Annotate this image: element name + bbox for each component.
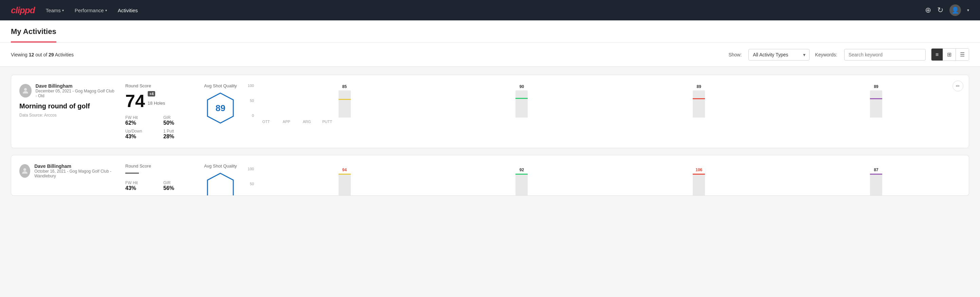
stat-value: 28% (163, 134, 193, 140)
hexagon-container: Avg Shot Quality 89 (204, 83, 237, 124)
navbar: clippd Teams ▾ Performance ▾ Activities … (0, 0, 980, 21)
viewing-text: Viewing 12 out of 29 Activities (11, 52, 74, 57)
nav-performance[interactable]: Performance ▾ (75, 2, 107, 19)
page-header: My Activities (0, 21, 980, 43)
user-date: December 05, 2021 - Gog Magog Golf Club … (36, 89, 115, 98)
round-score-label: Round Score (125, 163, 193, 169)
card-stats: Round Score 74 +4 18 Holes FW Hit 62% GI… (125, 83, 193, 140)
chevron-down-icon: ▾ (62, 8, 64, 12)
card-stats: Round Score FW Hit 43% GIR 56% (125, 163, 193, 191)
user-name: Dave Billingham (36, 83, 115, 89)
round-score-label: Round Score (125, 83, 193, 88)
shot-quality-section: Avg Shot Quality 94 (204, 163, 961, 196)
stat-name: GIR (163, 180, 193, 185)
stat-name: FW Hit (125, 180, 155, 185)
x-label-ott: OTT (260, 120, 272, 124)
grid-stats: FW Hit 43% GIR 56% (125, 180, 193, 191)
stat-value: 43% (125, 134, 155, 140)
bar-group-app: 92 (437, 168, 606, 196)
y-label-100: 100 (248, 167, 254, 171)
bar-chart: 94 92 106 (248, 167, 961, 196)
y-label-50: 50 (250, 182, 254, 186)
bar-group-arg: 106 (614, 168, 783, 196)
x-label-arg: ARG (301, 120, 313, 124)
user-icon: 👤 (951, 6, 959, 14)
keywords-label: Keywords: (815, 52, 837, 57)
bar-value-app: 90 (520, 84, 524, 89)
chevron-down-icon[interactable]: ▾ (967, 8, 969, 13)
avatar (19, 164, 30, 178)
stat-value: 56% (163, 185, 193, 191)
list-compact-view-button[interactable]: ≡ (931, 49, 943, 61)
nav-teams[interactable]: Teams ▾ (46, 2, 64, 19)
bar-value-ott: 94 (342, 168, 347, 172)
holes-label: 18 Holes (148, 101, 165, 106)
hexagon-container: Avg Shot Quality (204, 163, 237, 196)
bar-chart: 85 90 (248, 84, 961, 124)
round-score: 74 (125, 92, 145, 110)
bar-group-putt: 89 (792, 84, 961, 118)
activity-card: Dave Billingham October 16, 2021 - Gog M… (11, 155, 969, 196)
view-buttons: ≡ ⊞ ☰ (931, 48, 969, 61)
shot-quality-hexagon: 89 (207, 93, 234, 124)
score-placeholder (125, 172, 139, 174)
x-label-app: APP (280, 120, 293, 124)
stat-value: 62% (125, 120, 155, 126)
nav-activities[interactable]: Activities (118, 2, 138, 19)
add-icon[interactable]: ⊕ (925, 6, 931, 14)
refresh-icon[interactable]: ↻ (937, 6, 943, 14)
grid-view-button[interactable]: ⊞ (943, 49, 956, 61)
user-info: Dave Billingham December 05, 2021 - Gog … (19, 83, 115, 98)
bar-group-putt: 87 (792, 168, 961, 196)
shot-quality-hexagon (207, 172, 234, 196)
bar-value-putt: 89 (874, 84, 878, 89)
bar-value-arg: 106 (695, 168, 702, 172)
bar-value-app: 92 (520, 168, 524, 172)
y-label-0: 0 (252, 113, 254, 118)
avg-shot-quality-label: Avg Shot Quality (204, 83, 237, 88)
svg-point-2 (24, 168, 26, 171)
y-label-50: 50 (250, 99, 254, 103)
page-title: My Activities (11, 21, 56, 43)
activity-type-select-wrapper: All Activity Types Golf Round Practice (748, 49, 810, 61)
activity-card: ✏ Dave Billingham December 05, 2021 - Go… (11, 75, 969, 148)
navbar-right: ⊕ ↻ 👤 ▾ (925, 5, 969, 16)
card-left: Dave Billingham October 16, 2021 - Gog M… (19, 163, 115, 182)
stat-name: 1 Putt (163, 129, 193, 134)
stat-item: FW Hit 43% (125, 180, 155, 191)
activity-type-select[interactable]: All Activity Types Golf Round Practice (748, 49, 810, 61)
filter-bar: Viewing 12 out of 29 Activities Show: Al… (0, 43, 980, 67)
activities-content: ✏ Dave Billingham December 05, 2021 - Go… (0, 67, 980, 211)
stat-item: GIR 50% (163, 115, 193, 126)
stat-item: FW Hit 62% (125, 115, 155, 126)
round-title: Morning round of golf (19, 102, 115, 110)
bar-group-arg: 89 (614, 84, 783, 118)
y-label-100: 100 (248, 84, 254, 88)
stat-name: FW Hit (125, 115, 155, 120)
avg-shot-quality-label: Avg Shot Quality (204, 163, 237, 169)
user-avatar[interactable]: 👤 (950, 5, 961, 16)
user-name: Dave Billingham (34, 163, 115, 169)
bar-group-ott: 94 (260, 168, 429, 196)
stat-value: 43% (125, 185, 155, 191)
bar-value-ott: 85 (342, 84, 347, 89)
user-info: Dave Billingham October 16, 2021 - Gog M… (19, 163, 115, 179)
stat-name: Up/Down (125, 129, 155, 134)
search-input[interactable] (844, 49, 926, 61)
score-badge: +4 (148, 91, 156, 96)
logo[interactable]: clippd (11, 5, 35, 16)
avatar (19, 84, 32, 97)
svg-marker-3 (207, 173, 233, 196)
stat-item: 1 Putt 28% (163, 129, 193, 140)
shot-quality-section: Avg Shot Quality 89 85 (204, 83, 961, 124)
x-label-putt: PUTT (321, 120, 334, 124)
user-date: October 16, 2021 - Gog Magog Golf Club -… (34, 169, 115, 179)
bar-value-putt: 87 (874, 168, 878, 172)
bar-value-arg: 89 (697, 84, 701, 89)
list-detail-view-button[interactable]: ☰ (956, 49, 969, 61)
round-score-row: 74 +4 18 Holes (125, 91, 193, 110)
stat-item: GIR 56% (163, 180, 193, 191)
bar-group-app: 90 (437, 84, 606, 118)
shot-quality-score: 89 (216, 103, 226, 113)
chevron-down-icon: ▾ (105, 8, 107, 12)
